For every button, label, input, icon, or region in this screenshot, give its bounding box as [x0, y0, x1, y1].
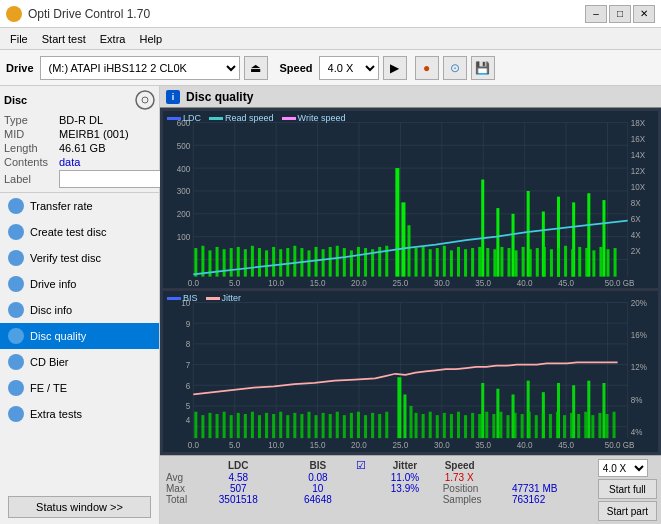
svg-rect-198	[563, 415, 566, 438]
svg-point-0	[136, 91, 154, 109]
svg-text:50.0 GB: 50.0 GB	[605, 440, 635, 451]
menu-start-test[interactable]: Start test	[36, 31, 92, 47]
menu-bar: File Start test Extra Help	[0, 28, 661, 50]
bottom-stats: LDC BIS ☑ Jitter Speed Avg 4.58 0.08 1	[160, 455, 661, 524]
burn-button[interactable]: ⊙	[443, 56, 467, 80]
svg-rect-161	[364, 415, 367, 438]
menu-file[interactable]: File	[4, 31, 34, 47]
speed-label: Speed	[280, 62, 313, 74]
drive-select[interactable]: (M:) ATAPI iHBS112 2 CL0K	[40, 56, 240, 80]
svg-rect-34	[279, 249, 282, 276]
speed-select[interactable]: 4.0 X 1.0 X 2.0 X 6.0 X 8.0 X	[319, 56, 379, 80]
svg-rect-158	[343, 415, 346, 438]
stats-table: LDC BIS ☑ Jitter Speed Avg 4.58 0.08 1	[164, 459, 590, 505]
svg-rect-79	[536, 248, 539, 277]
max-jitter: 13.9%	[369, 483, 441, 494]
svg-text:100: 100	[177, 232, 191, 243]
svg-rect-140	[216, 414, 219, 438]
legend-jitter: Jitter	[222, 293, 242, 303]
svg-text:10.0: 10.0	[268, 440, 284, 451]
eject-button[interactable]: ⏏	[244, 56, 268, 80]
svg-rect-137	[194, 412, 197, 438]
svg-rect-88	[599, 247, 602, 277]
menu-extra[interactable]: Extra	[94, 31, 132, 47]
svg-text:500: 500	[177, 140, 191, 151]
start-part-button[interactable]: Start part	[598, 501, 657, 521]
svg-rect-71	[478, 247, 481, 277]
status-window-button[interactable]: Status window >>	[8, 496, 151, 518]
svg-text:9: 9	[186, 318, 191, 329]
disc-icon-button[interactable]: ●	[415, 56, 439, 80]
svg-rect-78	[529, 249, 532, 276]
ldc-header: LDC	[194, 459, 283, 472]
svg-text:400: 400	[177, 163, 191, 174]
create-test-disc-icon	[8, 224, 24, 240]
svg-rect-42	[336, 246, 339, 277]
verify-test-disc-label: Verify test disc	[30, 252, 101, 264]
svg-rect-48	[407, 225, 410, 276]
svg-text:14X: 14X	[631, 149, 646, 160]
svg-text:30.0: 30.0	[434, 277, 450, 288]
disc-section: Disc Type BD-R DL MID MEIRB1 (001)	[0, 86, 159, 193]
title-bar: Opti Drive Control 1.70 – □ ✕	[0, 0, 661, 28]
svg-rect-201	[584, 412, 587, 438]
start-full-button[interactable]: Start full	[598, 479, 657, 499]
speed-action-select[interactable]: 4.0 X	[598, 459, 648, 477]
chart-bottom: BIS Jitter	[162, 290, 659, 453]
svg-text:18X: 18X	[631, 117, 646, 128]
svg-rect-23	[201, 246, 204, 277]
drive-info-icon	[8, 276, 24, 292]
svg-rect-156	[329, 414, 332, 438]
svg-rect-154	[315, 415, 318, 438]
contents-label: Contents	[4, 156, 59, 168]
svg-rect-85	[578, 247, 581, 277]
sidebar-item-verify-test-disc[interactable]: Verify test disc	[0, 245, 159, 271]
svg-text:16%: 16%	[631, 330, 647, 341]
chart-bottom-svg: 10 9 8 7 6 5 4 20% 16% 12% 8% 4% 0.0 5.0	[163, 291, 658, 452]
charts-container: LDC Read speed Write speed	[160, 108, 661, 455]
extra-tests-icon	[8, 406, 24, 422]
svg-text:45.0: 45.0	[558, 440, 574, 451]
fe-te-icon	[8, 380, 24, 396]
disc-section-title: Disc	[4, 94, 27, 106]
svg-rect-47	[401, 202, 405, 276]
svg-rect-32	[265, 250, 268, 276]
length-value: 46.61 GB	[59, 142, 105, 154]
sidebar-item-extra-tests[interactable]: Extra tests	[0, 401, 159, 427]
maximize-button[interactable]: □	[609, 5, 631, 23]
svg-rect-39	[315, 247, 318, 277]
sidebar-item-transfer-rate[interactable]: Transfer rate	[0, 193, 159, 219]
sidebar-item-create-test-disc[interactable]: Create test disc	[0, 219, 159, 245]
svg-rect-155	[322, 413, 325, 438]
sidebar-item-cd-bier[interactable]: CD Bier	[0, 349, 159, 375]
disc-info-icon	[8, 302, 24, 318]
svg-rect-164	[385, 412, 388, 438]
svg-text:40.0: 40.0	[517, 277, 533, 288]
sidebar-item-disc-quality[interactable]: Disc quality	[0, 323, 159, 349]
svg-rect-141	[223, 412, 226, 438]
svg-rect-151	[293, 413, 296, 438]
svg-text:5.0: 5.0	[229, 440, 240, 451]
disc-info-label: Disc info	[30, 304, 72, 316]
svg-rect-160	[357, 412, 360, 438]
svg-rect-174	[457, 412, 460, 438]
svg-rect-153	[307, 412, 310, 438]
close-button[interactable]: ✕	[633, 5, 655, 23]
max-bis: 10	[283, 483, 354, 494]
svg-rect-205	[613, 412, 616, 438]
svg-rect-145	[251, 412, 254, 438]
svg-rect-86	[585, 248, 588, 277]
speed-apply-button[interactable]: ▶	[383, 56, 407, 80]
save-button[interactable]: 💾	[471, 56, 495, 80]
total-samples: 763162	[510, 494, 590, 505]
svg-text:12X: 12X	[631, 165, 646, 176]
minimize-button[interactable]: –	[585, 5, 607, 23]
sidebar-item-fe-te[interactable]: FE / TE	[0, 375, 159, 401]
svg-rect-204	[605, 414, 608, 438]
sidebar-item-disc-info[interactable]: Disc info	[0, 297, 159, 323]
menu-help[interactable]: Help	[133, 31, 168, 47]
fe-te-label: FE / TE	[30, 382, 67, 394]
svg-rect-58	[450, 250, 453, 276]
svg-text:300: 300	[177, 186, 191, 197]
sidebar-item-drive-info[interactable]: Drive info	[0, 271, 159, 297]
